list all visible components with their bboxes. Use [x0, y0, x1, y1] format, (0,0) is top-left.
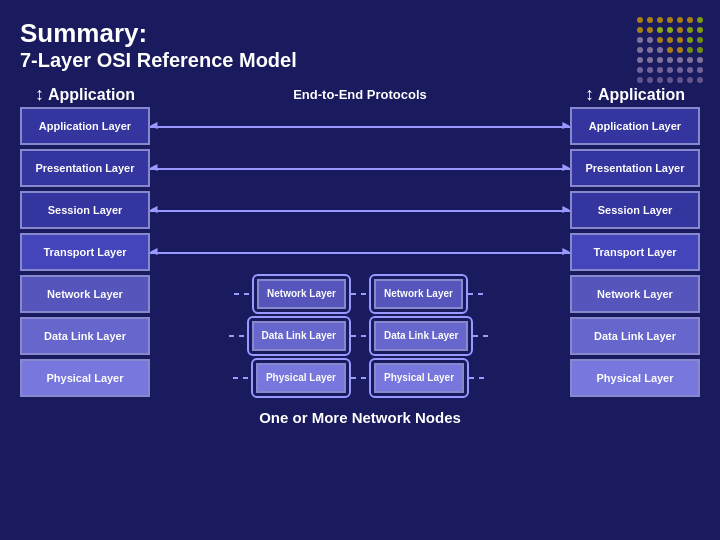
left-transport-layer: Transport Layer: [20, 233, 150, 273]
right-presentation-layer: Presentation Layer: [570, 149, 700, 189]
svg-point-38: [667, 67, 673, 73]
row-session: Session Layer Session Layer: [20, 191, 700, 231]
svg-point-25: [677, 47, 683, 53]
svg-point-8: [647, 27, 653, 33]
ph-center-dash: [351, 377, 369, 379]
svg-point-11: [677, 27, 683, 33]
main-title: Summary:: [20, 18, 700, 49]
dl-left-dash: [229, 335, 247, 337]
svg-point-23: [657, 47, 663, 53]
left-dash-1: [234, 293, 252, 295]
right-physical-layer: Physical Layer: [570, 359, 700, 399]
svg-point-5: [687, 17, 693, 23]
node2-datalink: Data Link Layer: [374, 321, 468, 351]
transport-arrow: [150, 252, 570, 254]
svg-point-47: [687, 77, 693, 83]
svg-point-34: [697, 57, 703, 63]
svg-point-13: [697, 27, 703, 33]
svg-point-4: [677, 17, 683, 23]
right-arrow-up: ↕: [585, 84, 594, 104]
left-network-box: Network Layer: [20, 275, 150, 313]
middle-datalink-nodes: Data Link Layer Data Link Layer: [150, 317, 570, 357]
svg-point-16: [657, 37, 663, 43]
svg-point-19: [687, 37, 693, 43]
svg-point-46: [677, 77, 683, 83]
svg-point-33: [687, 57, 693, 63]
svg-point-35: [637, 67, 643, 73]
middle-application: [150, 107, 570, 147]
left-session-layer: Session Layer: [20, 191, 150, 231]
svg-point-14: [637, 37, 643, 43]
right-application-layer: Application Layer: [570, 107, 700, 147]
svg-point-28: [637, 57, 643, 63]
middle-presentation: [150, 149, 570, 189]
ph-left-dash: [233, 377, 251, 379]
row-transport: Transport Layer Transport Layer: [20, 233, 700, 273]
svg-point-9: [657, 27, 663, 33]
node1-network: Network Layer: [257, 279, 346, 309]
presentation-arrow: [150, 168, 570, 170]
svg-point-20: [697, 37, 703, 43]
node1-ph-box: Physical Layer: [251, 358, 351, 398]
left-application-box: Application Layer: [20, 107, 150, 145]
svg-point-29: [647, 57, 653, 63]
left-datalink-box: Data Link Layer: [20, 317, 150, 355]
title-area: Summary: 7-Layer OSI Reference Model: [20, 18, 700, 72]
right-datalink-box: Data Link Layer: [570, 317, 700, 355]
page: Summary: 7-Layer OSI Reference Model ↕ A…: [0, 0, 720, 540]
svg-point-2: [657, 17, 663, 23]
svg-point-44: [657, 77, 663, 83]
node1-physical: Physical Layer: [256, 363, 346, 393]
node2-box: Network Layer: [369, 274, 468, 314]
left-arrow-up: ↕: [35, 84, 44, 104]
svg-point-22: [647, 47, 653, 53]
node2-ph-box: Physical Layer: [369, 358, 469, 398]
svg-point-1: [647, 17, 653, 23]
right-presentation-box: Presentation Layer: [570, 149, 700, 187]
left-presentation-box: Presentation Layer: [20, 149, 150, 187]
left-network-layer: Network Layer: [20, 275, 150, 315]
node2-network: Network Layer: [374, 279, 463, 309]
physical-nodes-container: Physical Layer Physical Layer: [150, 359, 570, 397]
center-dash: [351, 293, 369, 295]
svg-point-0: [637, 17, 643, 23]
middle-physical-nodes: Physical Layer Physical Layer: [150, 359, 570, 399]
node1-box: Network Layer: [252, 274, 351, 314]
svg-point-15: [647, 37, 653, 43]
left-transport-box: Transport Layer: [20, 233, 150, 271]
middle-network-nodes: Network Layer Network Layer: [150, 275, 570, 315]
svg-point-10: [667, 27, 673, 33]
right-network-box: Network Layer: [570, 275, 700, 313]
left-host-title: Application: [48, 86, 135, 103]
node2-physical: Physical Layer: [374, 363, 464, 393]
svg-point-26: [687, 47, 693, 53]
svg-point-39: [677, 67, 683, 73]
right-transport-box: Transport Layer: [570, 233, 700, 271]
dl-center-dash: [351, 335, 369, 337]
node1-datalink: Data Link Layer: [252, 321, 346, 351]
svg-point-17: [667, 37, 673, 43]
svg-point-3: [667, 17, 673, 23]
left-physical-box: Physical Layer: [20, 359, 150, 397]
right-host-label: ↕ Application: [570, 84, 700, 105]
svg-point-30: [657, 57, 663, 63]
left-physical-layer: Physical Layer: [20, 359, 150, 399]
right-session-layer: Session Layer: [570, 191, 700, 231]
application-arrow: [150, 126, 570, 128]
row-datalink: Data Link Layer Data Link Layer Data Lin…: [20, 317, 700, 357]
diagram: ↕ Application End-to-End Protocols ↕ App…: [20, 84, 700, 426]
node2-dl-box: Data Link Layer: [369, 316, 473, 356]
decoration-dots: [630, 10, 710, 90]
right-physical-box: Physical Layer: [570, 359, 700, 397]
svg-point-42: [637, 77, 643, 83]
svg-point-12: [687, 27, 693, 33]
svg-point-24: [667, 47, 673, 53]
svg-point-32: [677, 57, 683, 63]
svg-point-31: [667, 57, 673, 63]
right-session-box: Session Layer: [570, 191, 700, 229]
subtitle: 7-Layer OSI Reference Model: [20, 49, 700, 72]
svg-point-40: [687, 67, 693, 73]
svg-point-48: [697, 77, 703, 83]
dl-right-dash: [473, 335, 491, 337]
right-network-layer: Network Layer: [570, 275, 700, 315]
